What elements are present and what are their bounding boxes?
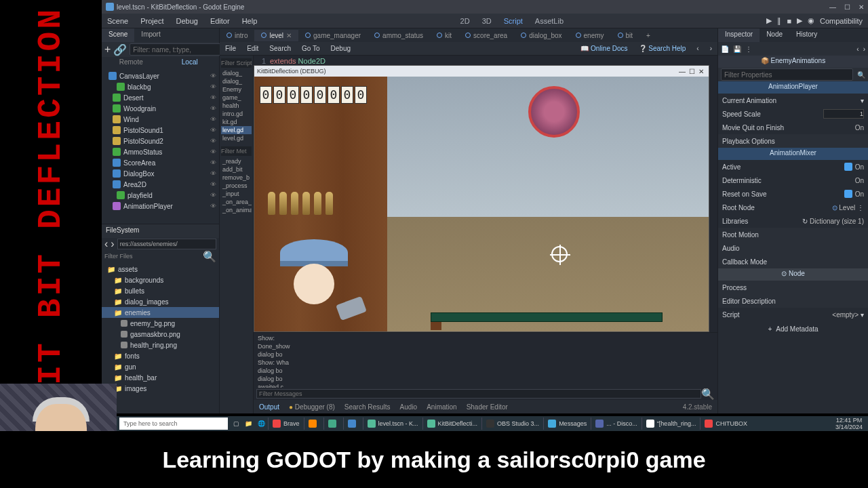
tab-search-results[interactable]: Search Results [344, 403, 391, 411]
folder-row[interactable]: 📁bullets [102, 285, 219, 296]
folder-row[interactable]: 📁gun [102, 361, 219, 372]
script-method-item[interactable]: remove_b [221, 174, 252, 182]
section-animation-mixer[interactable]: AnimationMixer [718, 148, 868, 160]
nav-fwd-icon[interactable]: › [111, 238, 114, 250]
script-file-item[interactable]: dialog_ [221, 69, 252, 77]
section-animation-player[interactable]: AnimationPlayer [718, 81, 868, 94]
movie-icon[interactable]: ◉ [808, 16, 814, 25]
search-help-link[interactable]: ❔ Search Help [639, 45, 686, 52]
visibility-icon[interactable]: 👁 [210, 192, 216, 199]
link-icon[interactable]: 🔗 [113, 43, 127, 56]
tab-audio[interactable]: Audio [400, 403, 418, 411]
visibility-icon[interactable]: 👁 [210, 159, 216, 166]
scene-node[interactable]: ScoreArea👁 [102, 157, 219, 168]
edge-icon[interactable]: 🌐 [255, 420, 268, 427]
taskbar-search[interactable]: Type here to search [119, 418, 228, 430]
visibility-icon[interactable]: 👁 [210, 105, 216, 112]
taskbar-item[interactable]: Messages [543, 418, 591, 430]
scene-node[interactable]: Desert👁 [102, 92, 219, 103]
scene-tab[interactable]: bit [611, 30, 640, 41]
tab-debugger[interactable]: ● Debugger (8) [289, 403, 335, 411]
script-file-item[interactable]: health [221, 102, 252, 110]
script-file-item[interactable]: level.gd [221, 134, 252, 142]
scene-node[interactable]: PistolSound1👁 [102, 125, 219, 136]
scene-tab[interactable]: score_area [458, 30, 514, 41]
taskbar-item[interactable]: OBS Studio 3... [481, 418, 543, 430]
tab-history[interactable]: History [789, 28, 824, 42]
task-view-icon[interactable]: ▢ [231, 420, 242, 427]
script-method-filter[interactable] [221, 146, 252, 156]
script-file-item[interactable]: game_ [221, 94, 252, 102]
add-node-icon[interactable]: + [104, 43, 111, 56]
add-scene-button[interactable]: + [639, 30, 657, 41]
debug-minimize[interactable]: — [677, 68, 687, 75]
visibility-icon[interactable]: 👁 [210, 127, 216, 134]
view-2d[interactable]: 2D [460, 17, 470, 25]
explorer-icon[interactable]: 📁 [242, 420, 255, 427]
view-3d[interactable]: 3D [482, 17, 492, 25]
taskbar-item[interactable]: CHITUBOX [700, 418, 751, 430]
scene-node[interactable]: Wind👁 [102, 114, 219, 125]
scene-node[interactable]: blackbg👁 [102, 81, 219, 92]
script-menu-debug[interactable]: Debug [331, 45, 351, 52]
tab-inspector[interactable]: Inspector [718, 28, 760, 42]
menu-scene[interactable]: Scene [107, 17, 128, 25]
taskbar-item[interactable] [304, 418, 323, 430]
scene-node[interactable]: CanvasLayer👁 [102, 70, 219, 81]
scene-tab[interactable]: game_manager [298, 30, 368, 41]
menu-icon[interactable]: ⋮ [745, 45, 752, 53]
reload-icon[interactable]: ↻ [802, 218, 808, 225]
script-file-item[interactable]: level.gd [221, 126, 252, 134]
visibility-icon[interactable]: 👁 [210, 83, 216, 90]
scene-tab[interactable]: intro [220, 30, 254, 41]
taskbar-item[interactable]: ... - Disco... [591, 418, 642, 430]
debug-game-window[interactable]: KitBitDeflection (DEBUG) — ☐ ✕ 00000000 [254, 65, 709, 332]
view-assetlib[interactable]: AssetLib [535, 17, 564, 25]
scene-tab[interactable]: dialog_box [514, 30, 568, 41]
scene-node[interactable]: Area2D👁 [102, 179, 219, 190]
script-method-item[interactable]: _on_anima [221, 206, 252, 214]
play-icon[interactable]: ▶ [766, 16, 772, 25]
search-icon[interactable]: 🔍 [203, 250, 216, 263]
file-row[interactable]: enemy_bg.png [102, 318, 219, 329]
nav-back-icon[interactable]: ‹ [104, 238, 108, 250]
visibility-icon[interactable]: 👁 [210, 148, 216, 155]
history-fwd-icon[interactable]: › [863, 45, 865, 53]
script-nav-back[interactable]: ‹ [696, 45, 698, 52]
visibility-icon[interactable]: 👁 [210, 94, 216, 101]
inspector-filter[interactable] [721, 68, 853, 81]
folder-row[interactable]: 📁enemies [102, 307, 219, 318]
script-nav-fwd[interactable]: › [710, 45, 712, 52]
game-viewport[interactable]: 00000000 [254, 77, 709, 331]
section-node[interactable]: ⊙ Node [718, 268, 868, 281]
folder-row[interactable]: 📁images [102, 383, 219, 394]
menu-debug[interactable]: Debug [176, 17, 197, 25]
tab-shader[interactable]: Shader Editor [467, 403, 508, 411]
chevron-down-icon[interactable]: ▾ [861, 97, 864, 104]
windows-taskbar[interactable]: Type here to search ▢ 📁 🌐 Bravelevel.tsc… [117, 416, 868, 431]
script-editor[interactable]: 1 extends Node2D KitBitDeflection (DEBUG… [254, 56, 717, 413]
scene-tree[interactable]: CanvasLayer👁blackbg👁Desert👁Woodgrain👁Win… [102, 69, 219, 224]
file-row[interactable]: health_ring.png [102, 340, 219, 350]
script-method-item[interactable]: _ready [221, 157, 252, 165]
tab-import[interactable]: Import [134, 28, 167, 42]
scene-node[interactable]: DialogBox👁 [102, 168, 219, 179]
script-menu-goto[interactable]: Go To [302, 45, 320, 52]
scene-tab[interactable]: kit [430, 30, 458, 41]
taskbar-item[interactable] [323, 418, 343, 430]
history-back-icon[interactable]: ‹ [856, 45, 859, 53]
folder-row[interactable]: 📁fonts [102, 350, 219, 361]
scene-node[interactable]: playfield👁 [102, 190, 219, 201]
scene-node[interactable]: PistolSound2👁 [102, 136, 219, 146]
scene-node[interactable]: AmmoStatus👁 [102, 146, 219, 157]
file-row[interactable]: gasmaskbro.png [102, 329, 219, 340]
script-menu-file[interactable]: File [225, 45, 236, 52]
script-file-item[interactable]: kit.gd [221, 118, 252, 126]
script-file-item[interactable]: intro.gd [221, 110, 252, 118]
minimize-button[interactable]: — [829, 3, 836, 11]
save-icon[interactable]: 💾 [733, 45, 741, 53]
tab-node[interactable]: Node [760, 28, 789, 42]
debug-maximize[interactable]: ☐ [687, 68, 696, 75]
output-log[interactable]: Show:Done_showdialog boShow: Whadialog b… [254, 333, 717, 388]
taskbar-item[interactable]: level.tscn - K... [363, 418, 422, 430]
